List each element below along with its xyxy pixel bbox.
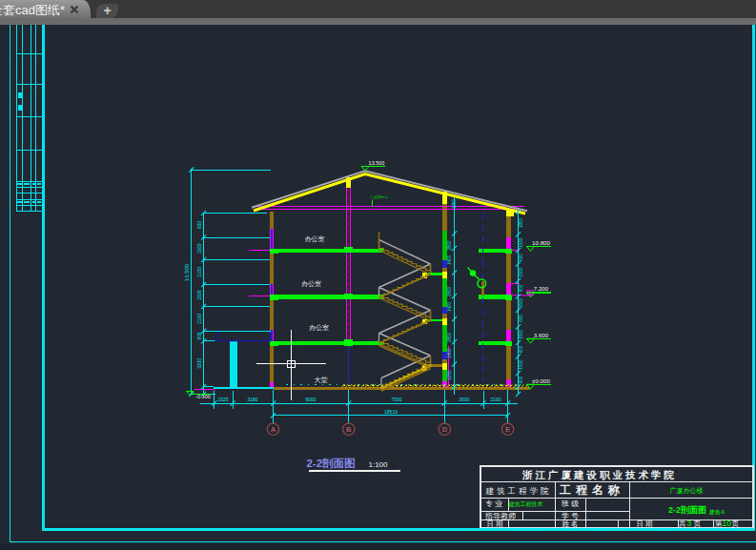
svg-text:10: 10 <box>723 519 732 528</box>
svg-text:D: D <box>442 425 448 434</box>
svg-text:1800: 1800 <box>519 217 523 228</box>
svg-text:二层梁标高: 二层梁标高 <box>370 194 388 199</box>
svg-text:建施-9: 建施-9 <box>708 509 725 516</box>
svg-text:600: 600 <box>519 254 523 261</box>
svg-text:10.800: 10.800 <box>532 239 550 246</box>
svg-text:18510: 18510 <box>384 409 398 415</box>
svg-text:600: 600 <box>519 345 523 353</box>
svg-text:13.500: 13.500 <box>369 160 385 166</box>
svg-text:600: 600 <box>519 376 523 383</box>
svg-text:大堂: 大堂 <box>315 377 328 383</box>
svg-text:姓 名: 姓 名 <box>562 519 578 528</box>
svg-text:2100: 2100 <box>490 397 501 402</box>
svg-text:1500: 1500 <box>519 359 523 370</box>
svg-text:浙江广厦建设职业技术学院: 浙江广厦建设职业技术学院 <box>521 469 677 480</box>
svg-text:1525: 1525 <box>217 397 228 402</box>
svg-text:2800: 2800 <box>447 332 452 342</box>
svg-text:3180: 3180 <box>247 397 257 402</box>
svg-text:6000: 6000 <box>305 397 316 402</box>
svg-text:±0.000: ±0.000 <box>532 377 550 384</box>
svg-text:工程名称: 工程名称 <box>559 483 624 497</box>
svg-text:1500: 1500 <box>197 290 202 300</box>
svg-text:广厦办公楼: 广厦办公楼 <box>670 487 704 495</box>
svg-text:900: 900 <box>197 332 202 339</box>
svg-text:2-2剖面图: 2-2剖面图 <box>668 505 706 515</box>
svg-text:7.200: 7.200 <box>534 285 549 292</box>
svg-text:-0.300: -0.300 <box>195 394 211 399</box>
svg-text:日 期: 日 期 <box>486 519 502 528</box>
svg-text:2800: 2800 <box>447 286 452 296</box>
svg-text:专 业: 专 业 <box>485 499 502 508</box>
svg-text:1500: 1500 <box>197 243 202 254</box>
svg-text:2100: 2100 <box>197 314 202 324</box>
svg-text:2100: 2100 <box>197 267 202 277</box>
svg-text:办公室: 办公室 <box>305 235 325 242</box>
svg-text:1400: 1400 <box>447 301 452 312</box>
svg-text:共: 共 <box>679 519 686 528</box>
svg-text:16.500: 16.500 <box>184 263 190 281</box>
svg-text:7500: 7500 <box>391 397 401 402</box>
svg-text:600: 600 <box>519 284 523 292</box>
svg-text:办公室: 办公室 <box>309 324 329 331</box>
svg-text:600: 600 <box>197 221 202 229</box>
svg-text:1400: 1400 <box>447 255 452 265</box>
svg-text:3000: 3000 <box>459 397 469 402</box>
svg-text:3.600: 3.600 <box>534 332 549 338</box>
svg-text:班 级: 班 级 <box>562 499 579 508</box>
svg-text:1500: 1500 <box>519 237 523 248</box>
svg-text:1500: 1500 <box>519 329 523 339</box>
svg-text:E: E <box>505 425 510 434</box>
svg-text:2-2剖面图: 2-2剖面图 <box>306 458 355 469</box>
svg-text:600: 600 <box>519 315 523 322</box>
svg-text:页: 页 <box>732 519 740 528</box>
svg-text:日 期: 日 期 <box>636 519 652 528</box>
svg-text:1250: 1250 <box>452 198 457 209</box>
svg-text:3300: 3300 <box>197 358 202 369</box>
svg-text:1:100: 1:100 <box>368 460 388 469</box>
svg-text:1500: 1500 <box>519 267 523 277</box>
svg-text:页: 页 <box>694 519 702 528</box>
svg-text:A: A <box>271 425 276 434</box>
svg-text:3: 3 <box>687 519 692 528</box>
svg-text:2800: 2800 <box>447 240 452 251</box>
svg-text:1400: 1400 <box>447 348 452 358</box>
svg-text:1500: 1500 <box>519 297 523 308</box>
svg-text:建筑工程技术: 建筑工程技术 <box>508 500 543 508</box>
svg-text:建筑工程学院: 建筑工程学院 <box>485 486 552 496</box>
svg-text:1250: 1250 <box>447 370 452 380</box>
svg-text:办公室: 办公室 <box>301 280 321 287</box>
svg-text:B: B <box>346 425 352 434</box>
